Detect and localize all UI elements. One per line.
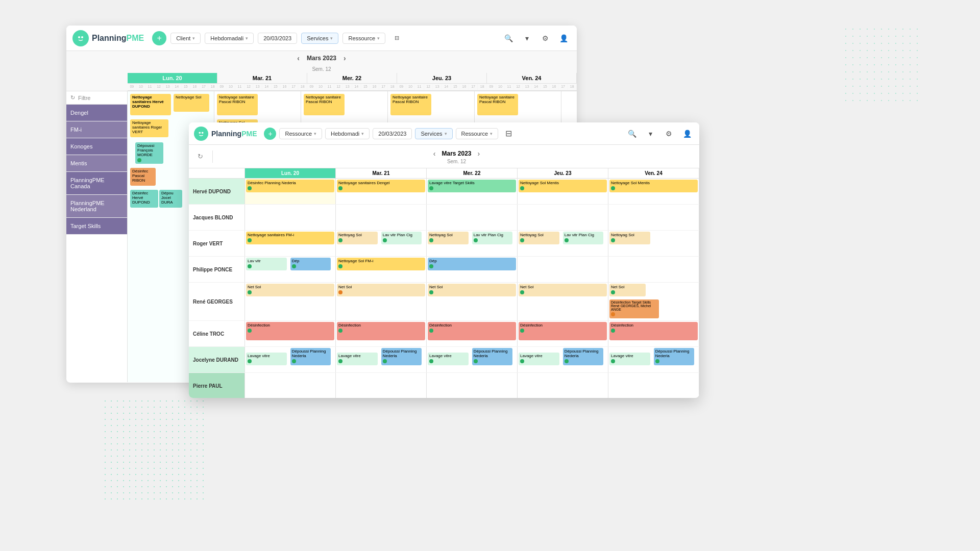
front-event-5-4[interactable]: Désinfection — [609, 322, 698, 340]
back-settings-icon[interactable]: ⚙ — [538, 31, 552, 45]
front-event-2-4a[interactable]: Nettoyag Sol — [609, 232, 650, 244]
front-event-5-3[interactable]: Désinfection — [519, 322, 607, 340]
front-refresh-btn[interactable]: ↻ — [194, 151, 206, 163]
back-event-3[interactable]: Dépoussi François MORDE — [135, 142, 163, 164]
back-filter-item-6[interactable]: Target Skills — [66, 218, 127, 235]
front-week-label: Sem. 12 — [447, 159, 466, 164]
back-filter-item-1[interactable]: FM-i — [66, 121, 127, 138]
front-event-4-4b[interactable]: Désinfection Target Skills René GEORGES,… — [609, 299, 659, 318]
front-settings-icon[interactable]: ⚙ — [662, 127, 676, 141]
front-event-0-3[interactable]: Nettoyage Sol Mentis — [519, 180, 607, 192]
front-user-icon[interactable]: 👤 — [680, 127, 694, 141]
front-event-5-1[interactable]: Désinfection — [337, 322, 425, 340]
front-event-2-1b[interactable]: Lav vitr Plan Cig — [381, 232, 422, 244]
front-event-6-3a[interactable]: Lavage vitre — [519, 353, 559, 365]
front-event-6-1b[interactable]: Dépoussi Planning Nederla — [381, 348, 422, 365]
front-resource-button[interactable]: Ressource ▾ — [279, 128, 322, 139]
back-event-5[interactable]: Désinfec Hervé DUPOND — [130, 190, 158, 208]
front-nav-prev[interactable]: ‹ — [430, 148, 439, 159]
back-filter-item-2[interactable]: Konoges — [66, 138, 127, 155]
front-event-6-2b[interactable]: Dépoussi Planning Nederla — [472, 348, 513, 365]
front-event-3-1[interactable]: Nettoyage Sol FM-i — [337, 258, 425, 270]
front-event-5-0[interactable]: Désinfection — [246, 322, 334, 340]
front-dot-3-0a — [248, 264, 252, 268]
back-filter-item-3[interactable]: Mentis — [66, 155, 127, 172]
back-filter-item-5[interactable]: PlanningPME Nederland — [66, 195, 127, 218]
front-dot-3-1 — [338, 264, 342, 268]
front-event-6-2a[interactable]: Lavage vitre — [428, 353, 469, 365]
front-cal-header: ↻ ‹ Mars 2023 › Sem. 12 — [189, 145, 699, 168]
back-resource-button[interactable]: Ressource ▾ — [342, 33, 385, 44]
front-cell-7-0 — [245, 373, 336, 398]
front-event-0-0[interactable]: Désinfec Planning Nederla — [246, 180, 334, 192]
front-event-6-1a[interactable]: Lavage vitre — [337, 353, 378, 365]
front-cell-6-2: Lavage vitre Dépoussi Planning Nederla — [427, 347, 518, 372]
front-event-3-0b[interactable]: Dép — [290, 258, 331, 270]
back-refresh-icon[interactable]: ↻ — [70, 94, 75, 101]
front-event-6-4b-text: Dépoussi Planning Nederla — [655, 349, 693, 358]
back-nav-next[interactable]: › — [340, 53, 349, 63]
back-event-0[interactable]: Nettoyage sanitaires Hervé DUPOND — [130, 94, 171, 115]
front-nav-next[interactable]: › — [475, 148, 483, 159]
back-event-10[interactable]: Nettoyage sanitaire Pascal RIBON — [390, 94, 431, 115]
back-filter-icon[interactable]: ⊟ — [389, 31, 404, 45]
front-event-6-0a[interactable]: Lavage vitre — [246, 353, 287, 365]
back-event-7[interactable]: Nettoyage sanitaire Pascal RIBON — [217, 94, 258, 115]
front-event-4-0[interactable]: Net Sol — [246, 284, 334, 296]
front-event-2-2b-text: Lav vitr Plan Cig — [474, 233, 511, 237]
front-event-4-1[interactable]: Net Sol — [337, 284, 425, 296]
front-resource-row-1: Jacques BLOND — [189, 205, 699, 231]
front-event-2-3a[interactable]: Nettoyag Sol — [519, 232, 559, 244]
front-resource2-button[interactable]: Ressource ▾ — [456, 128, 499, 139]
back-event-6[interactable]: Dépou Jocel DURA — [159, 190, 182, 208]
back-search-icon[interactable]: 🔍 — [501, 31, 516, 45]
front-event-2-0[interactable]: Nettoyage sanitaires FM-i — [246, 232, 334, 244]
back-client-button[interactable]: Client ▾ — [170, 33, 201, 44]
client-chevron: ▾ — [192, 36, 195, 41]
front-services-button[interactable]: Services ▾ — [415, 128, 452, 139]
front-event-6-0b[interactable]: Dépoussi Planning Nederla — [290, 348, 331, 365]
front-funnel-icon[interactable]: ▾ — [643, 127, 657, 141]
front-event-2-0-text: Nettoyage sanitaires FM-i — [248, 233, 333, 237]
back-event-1[interactable]: Nettoyage Sol — [174, 94, 209, 112]
front-add-button[interactable]: + — [264, 128, 276, 140]
front-date-button[interactable]: 20/03/2023 — [373, 128, 412, 139]
front-search-icon[interactable]: 🔍 — [625, 127, 639, 141]
front-filter-icon[interactable]: ⊟ — [501, 127, 516, 141]
back-event-4[interactable]: Désinfec Pascal RIBON — [130, 168, 156, 186]
front-dot-5-1 — [338, 329, 342, 333]
back-nav-prev[interactable]: ‹ — [294, 53, 303, 63]
front-event-0-2[interactable]: Lavage vitre Target Skills — [428, 180, 516, 192]
back-services-button[interactable]: Services ▾ — [301, 33, 338, 44]
front-event-2-3b[interactable]: Lav vitr Plan Cig — [563, 232, 604, 244]
front-event-6-1a-text: Lavage vitre — [338, 354, 376, 358]
back-filter-item-4[interactable]: PlanningPME Canada — [66, 172, 127, 195]
back-event-11[interactable]: Nettoyage sanitaire Pascal RIBON — [477, 94, 518, 115]
back-add-button[interactable]: + — [152, 31, 166, 45]
front-event-2-2b[interactable]: Lav vitr Plan Cig — [472, 232, 513, 244]
front-event-2-1a[interactable]: Nettoyag Sol — [337, 232, 378, 244]
front-event-6-4b[interactable]: Dépoussi Planning Nederla — [654, 348, 695, 365]
back-funnel-icon[interactable]: ▾ — [520, 31, 534, 45]
front-event-2-2a[interactable]: Nettoyag Sol — [428, 232, 469, 244]
front-event-0-1[interactable]: Nettoyage sanitaires Dengel — [337, 180, 425, 192]
front-event-5-0-text: Désinfection — [248, 323, 333, 328]
front-event-0-4[interactable]: Nettoyage Sol Mentis — [609, 180, 698, 192]
back-user-icon[interactable]: 👤 — [556, 31, 571, 45]
front-event-4-3[interactable]: Net Sol — [519, 284, 607, 296]
front-period-button[interactable]: Hebdomadi ▾ — [325, 128, 370, 139]
front-event-3-2[interactable]: Dép — [428, 258, 516, 270]
front-event-6-3b[interactable]: Dépoussi Planning Nederla — [563, 348, 604, 365]
front-day-col-2: Mer. 22 — [427, 168, 518, 178]
back-event-9[interactable]: Nettoyage sanitaire Pascal RIBON — [304, 94, 345, 115]
front-event-5-2[interactable]: Désinfection — [428, 322, 516, 340]
front-event-4-2[interactable]: Net Sol — [428, 284, 516, 296]
front-event-3-0a[interactable]: Lav vitr — [246, 258, 287, 270]
back-event-2[interactable]: Nettoyage sanitaires Roger VERT — [130, 119, 168, 137]
front-event-6-4a[interactable]: Lavage vitre — [609, 353, 650, 365]
front-event-4-4a[interactable]: Net Sol — [609, 284, 646, 296]
back-filter-item-0[interactable]: Dengel — [66, 105, 127, 121]
back-period-button[interactable]: Hebdomadali ▾ — [205, 33, 254, 44]
back-date-button[interactable]: 20/03/2023 — [258, 33, 297, 44]
back-event-6-text: Dépou Jocel DURA — [161, 191, 180, 205]
